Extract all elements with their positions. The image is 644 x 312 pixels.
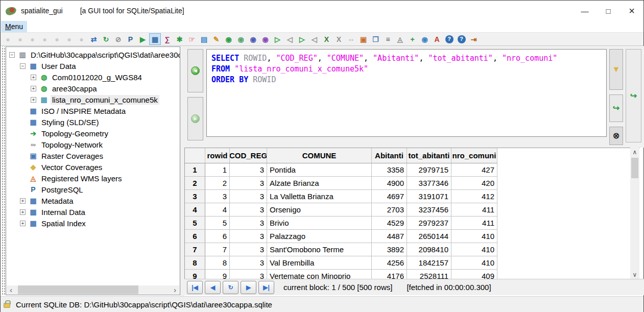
- import-doc-icon[interactable]: ◁: [284, 33, 296, 45]
- disabled-tool-5-icon[interactable]: ●: [51, 33, 63, 45]
- tree-item[interactable]: ▦Styling (SLD/SE): [6, 116, 180, 128]
- cell[interactable]: 3: [230, 177, 267, 190]
- cell[interactable]: 3892: [372, 243, 407, 256]
- cell[interactable]: Palazzago: [267, 230, 372, 243]
- cell[interactable]: 410: [451, 243, 497, 256]
- expand-icon[interactable]: +: [31, 86, 36, 91]
- tree-horizontal-scrollbar[interactable]: ‹ ›: [7, 285, 179, 294]
- maximize-button[interactable]: □: [597, 1, 620, 21]
- expand-icon[interactable]: +: [20, 198, 26, 204]
- export-xls-icon[interactable]: X: [321, 33, 332, 45]
- expand-icon[interactable]: +: [20, 221, 26, 226]
- cell[interactable]: 3: [230, 190, 267, 203]
- sql-history-forward-button[interactable]: ▶: [187, 97, 203, 140]
- tree-scrollbar-thumb[interactable]: [18, 285, 138, 294]
- globe-export-link-icon[interactable]: ◉: [259, 33, 271, 45]
- globe-export-icon[interactable]: ◉: [247, 33, 259, 45]
- tree-item[interactable]: +▦lista_nro_comuni_x_comune5k: [6, 94, 180, 105]
- table-row[interactable]: 993Vertemate con Minoprio41762528111409: [185, 270, 640, 279]
- cell[interactable]: 2703: [372, 203, 407, 217]
- cell[interactable]: 3: [230, 163, 267, 177]
- cell[interactable]: 2: [205, 177, 230, 190]
- tree-item[interactable]: ∞Topology-Network: [6, 139, 180, 150]
- query-log-icon[interactable]: ≡: [382, 33, 394, 45]
- edit-sql-icon[interactable]: ✎: [210, 33, 222, 45]
- raster-tools-icon[interactable]: ▣: [357, 33, 369, 45]
- cell[interactable]: 410: [451, 230, 497, 243]
- export-doc-icon[interactable]: ▷: [272, 33, 283, 45]
- cell[interactable]: 427: [451, 163, 497, 177]
- minimize-button[interactable]: —: [573, 1, 597, 21]
- tree-item[interactable]: ◆Vector Coverages: [6, 161, 180, 173]
- sql-editor[interactable]: SELECT ROWID, "COD_REG", "COMUNE", "Abit…: [206, 49, 607, 137]
- vacuum-db-icon[interactable]: ↻: [100, 33, 112, 45]
- scroll-left-icon[interactable]: ‹: [7, 285, 15, 294]
- cell[interactable]: 4256: [372, 256, 407, 270]
- tree-item[interactable]: +▦Internal Data: [6, 206, 180, 218]
- expand-icon[interactable]: +: [20, 209, 26, 215]
- cell[interactable]: 3: [230, 217, 267, 230]
- cell[interactable]: Sant'Omobono Terme: [267, 243, 372, 256]
- virtual-table-link-icon[interactable]: ⇔: [345, 33, 357, 45]
- cell[interactable]: 4697: [372, 190, 407, 203]
- tree-item[interactable]: +▦Metadata: [6, 195, 180, 206]
- result-scrollbar-thumb[interactable]: [631, 158, 638, 178]
- cell[interactable]: 7: [205, 243, 230, 256]
- menu-button[interactable]: Menu: [1, 21, 27, 32]
- disabled-tool-1-icon[interactable]: ●: [2, 33, 14, 45]
- table-row[interactable]: 443Orsenigo27033237456411: [185, 203, 640, 217]
- tree-item[interactable]: +◍aree30cappa: [6, 83, 180, 94]
- tree-item[interactable]: +◍Com01012020_g_WGS84: [6, 71, 180, 83]
- table-row[interactable]: 553Brivio45292979237411: [185, 217, 640, 230]
- cell[interactable]: 1: [205, 163, 230, 177]
- cell[interactable]: 420: [451, 177, 497, 190]
- disabled-tool-6-icon[interactable]: ●: [63, 33, 75, 45]
- disabled-tool-2-icon[interactable]: ●: [14, 33, 26, 45]
- cell[interactable]: 4900: [372, 177, 407, 190]
- table-panel-icon[interactable]: ▦: [149, 33, 161, 45]
- cell[interactable]: 409: [451, 270, 497, 279]
- collapse-icon[interactable]: −: [20, 63, 26, 69]
- charset-icon[interactable]: A: [431, 33, 443, 45]
- tree-item[interactable]: −▥D:\GitHub\30cappa\script\QGIS\dati\are…: [6, 49, 180, 60]
- execute-sql-script-icon[interactable]: ▤: [198, 33, 210, 45]
- cell[interactable]: 2528111: [407, 270, 451, 279]
- check-geometries-icon[interactable]: ✱: [174, 33, 185, 45]
- expand-icon[interactable]: +: [31, 75, 36, 80]
- postgresql-icon[interactable]: P: [125, 33, 136, 45]
- cell[interactable]: 4529: [372, 217, 407, 230]
- detach-db-icon[interactable]: ⊘: [112, 33, 124, 45]
- tree-item[interactable]: −▦User Data: [6, 60, 180, 71]
- disabled-tool-4-icon[interactable]: ●: [39, 33, 51, 45]
- exit-icon[interactable]: ⇥: [468, 33, 480, 45]
- execute-sql-button[interactable]: ↪: [627, 86, 640, 106]
- cell[interactable]: 3: [230, 230, 267, 243]
- load-shapefile-icon[interactable]: ▶: [137, 33, 149, 45]
- collapse-icon[interactable]: −: [9, 52, 15, 58]
- globe-import-icon[interactable]: ◉: [223, 33, 234, 45]
- cell[interactable]: 411: [451, 217, 497, 230]
- cell[interactable]: 410: [451, 256, 497, 270]
- cell[interactable]: 3237456: [407, 203, 451, 217]
- wms-catalog-icon[interactable]: ◬: [394, 33, 406, 45]
- refresh-button[interactable]: ↻: [223, 281, 238, 294]
- statistics-icon[interactable]: ∑: [161, 33, 173, 45]
- about-icon[interactable]: ?: [456, 33, 467, 45]
- cell[interactable]: 2650144: [407, 230, 451, 243]
- cell[interactable]: 3: [230, 243, 267, 256]
- disabled-tool-3-icon[interactable]: ●: [27, 33, 38, 45]
- help-icon[interactable]: ?: [443, 33, 455, 45]
- last-block-button[interactable]: ▶|: [258, 281, 274, 294]
- cell[interactable]: Brivio: [267, 217, 372, 230]
- cell[interactable]: Val Brembilla: [267, 256, 372, 270]
- cell[interactable]: Orsenigo: [267, 203, 372, 217]
- tree-item[interactable]: ◬Registered WMS layers: [6, 173, 180, 184]
- cell[interactable]: 2098410: [407, 243, 451, 256]
- cell[interactable]: 3191071: [407, 190, 451, 203]
- result-vertical-scrollbar[interactable]: ∧ ∨: [630, 148, 639, 279]
- sanitize-geometries-icon[interactable]: ☞: [186, 33, 198, 45]
- table-row[interactable]: 663Palazzago44872650144410: [185, 230, 640, 243]
- cell[interactable]: 2979715: [407, 163, 451, 177]
- clear-sql-button[interactable]: ⊗: [609, 127, 623, 145]
- scroll-up-icon[interactable]: ∧: [630, 148, 639, 156]
